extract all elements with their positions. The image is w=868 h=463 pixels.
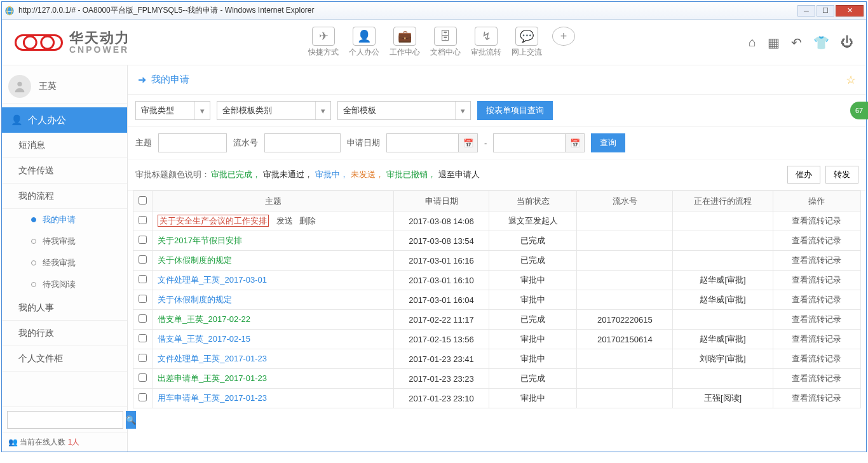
- subject-link[interactable]: 关于休假制度的规定: [158, 295, 232, 304]
- row-checkbox[interactable]: [139, 314, 147, 323]
- svg-rect-2: [16, 35, 62, 50]
- sidebar-sub-myapply[interactable]: 我的申请: [2, 209, 127, 231]
- view-flow-link[interactable]: 查看流转记录: [792, 393, 841, 403]
- serial-input[interactable]: [264, 133, 341, 152]
- view-flow-link[interactable]: 查看流转记录: [792, 373, 841, 383]
- query-by-form-button[interactable]: 按表单项目查询: [477, 101, 553, 120]
- topnav-item-0[interactable]: ✈快捷方式: [308, 27, 339, 58]
- sidebar-group-personal[interactable]: 👤 个人办公: [2, 107, 127, 133]
- chevron-down-icon: ▾: [194, 102, 205, 119]
- view-flow-link[interactable]: 查看流转记录: [792, 334, 841, 344]
- sidebar-item-filetransfer[interactable]: 文件传送: [2, 158, 127, 184]
- view-flow-link[interactable]: 查看流转记录: [792, 314, 841, 324]
- cell-status: 已完成: [489, 369, 577, 389]
- sidebar-item-hr[interactable]: 我的人事: [2, 295, 127, 321]
- sidebar-item-admin[interactable]: 我的行政: [2, 321, 127, 346]
- sidebar-sub-approved[interactable]: 经我审批: [2, 252, 127, 274]
- subject-link[interactable]: 文件处理单_王英_2017-01-23: [158, 354, 267, 363]
- row-checkbox[interactable]: [139, 216, 147, 224]
- topnav-item-2[interactable]: 💼工作中心: [390, 27, 420, 58]
- row-checkbox[interactable]: [139, 275, 147, 283]
- sidebar-sub-toread[interactable]: 待我阅读: [2, 274, 127, 295]
- topnav-item-4[interactable]: ↯审批流转: [471, 27, 501, 58]
- cell-date: 2017-03-01 16:04: [394, 290, 489, 310]
- subject-input[interactable]: [158, 133, 227, 152]
- dot-icon: [31, 217, 36, 222]
- shirt-icon[interactable]: 👕: [813, 35, 829, 50]
- view-flow-link[interactable]: 查看流转记录: [792, 216, 841, 225]
- favorite-icon[interactable]: ☆: [846, 73, 856, 87]
- row-checkbox[interactable]: [139, 295, 147, 303]
- urge-button[interactable]: 催办: [787, 166, 820, 184]
- subject-link[interactable]: 文件处理单_王英_2017-03-01: [158, 275, 267, 285]
- filter-template[interactable]: 全部模板▾: [337, 101, 471, 120]
- topnav-item-1[interactable]: 👤个人办公: [349, 27, 379, 58]
- topnav-item-5[interactable]: 💬网上交流: [512, 27, 542, 58]
- cell-flow: 赵华威[审批]: [673, 271, 773, 290]
- home-icon[interactable]: ⌂: [749, 35, 756, 50]
- cell-serial: [577, 290, 673, 310]
- delete-action[interactable]: 删除: [299, 215, 316, 227]
- view-flow-link[interactable]: 查看流转记录: [792, 295, 841, 304]
- sidebar-item-myflow[interactable]: 我的流程: [2, 184, 127, 209]
- forward-button[interactable]: 转发: [825, 166, 858, 184]
- subject-link[interactable]: 用车申请单_王英_2017-01-23: [158, 393, 267, 403]
- cell-date: 2017-03-08 13:54: [394, 231, 489, 251]
- calendar-icon[interactable]: 📅: [566, 133, 585, 152]
- date-from-input[interactable]: [386, 133, 459, 152]
- topnav-icon: ✈: [312, 27, 335, 46]
- sidebar-sub-pending[interactable]: 待我审批: [2, 231, 127, 252]
- applications-table: 主题申请日期当前状态流水号正在进行的流程操作 关于安全生产会议的工作安排发送删除…: [133, 191, 861, 408]
- sidebar-item-sms[interactable]: 短消息: [2, 133, 127, 158]
- date-to-input[interactable]: [493, 133, 566, 152]
- sidebar-search-input[interactable]: [7, 411, 123, 429]
- reply-icon[interactable]: ↶: [791, 35, 802, 50]
- power-icon[interactable]: ⏻: [841, 35, 853, 50]
- subject-link[interactable]: 借支单_王英_2017-02-15: [158, 334, 250, 344]
- select-all-checkbox[interactable]: [139, 196, 147, 205]
- topnav-label: 个人办公: [349, 47, 379, 58]
- row-checkbox[interactable]: [139, 373, 147, 382]
- svg-point-3: [24, 36, 36, 49]
- window-maximize-button[interactable]: ☐: [817, 5, 834, 17]
- logo: 华天动力 CNPOWER: [15, 30, 130, 55]
- subject-link[interactable]: 出差申请单_王英_2017-01-23: [158, 373, 267, 383]
- row-checkbox[interactable]: [139, 236, 147, 244]
- subject-link[interactable]: 关于安全生产会议的工作安排: [158, 215, 269, 227]
- apps-icon[interactable]: ▦: [768, 35, 780, 50]
- view-flow-link[interactable]: 查看流转记录: [792, 354, 841, 363]
- subject-label: 主题: [135, 137, 152, 149]
- view-flow-link[interactable]: 查看流转记录: [792, 275, 841, 285]
- person-icon: 👤: [11, 114, 23, 126]
- topnav-item-3[interactable]: 🗄文档中心: [430, 27, 461, 58]
- online-label: 当前在线人数: [20, 438, 67, 446]
- filter-approve-type[interactable]: 审批类型▾: [135, 101, 210, 120]
- cell-serial: [577, 369, 673, 389]
- sidebar-sub-label: 我的申请: [43, 214, 76, 225]
- cell-serial: [577, 389, 673, 408]
- logo-text-en: CNPOWER: [69, 45, 130, 54]
- row-checkbox[interactable]: [139, 334, 147, 342]
- cell-status: 审批中: [489, 290, 577, 310]
- sidebar-item-cabinet[interactable]: 个人文件柜: [2, 346, 127, 372]
- view-flow-link[interactable]: 查看流转记录: [792, 255, 841, 265]
- row-checkbox[interactable]: [139, 393, 147, 401]
- row-checkbox[interactable]: [139, 354, 147, 362]
- calendar-icon[interactable]: 📅: [459, 133, 478, 152]
- chevron-down-icon: ▾: [455, 102, 465, 119]
- row-checkbox[interactable]: [139, 255, 147, 264]
- subject-link[interactable]: 关于休假制度的规定: [158, 255, 232, 265]
- view-flow-link[interactable]: 查看流转记录: [792, 236, 841, 245]
- cell-flow: 赵华威[审批]: [673, 290, 773, 310]
- table-header: 主题: [153, 191, 394, 211]
- subject-link[interactable]: 关于2017年节假日安排: [158, 236, 242, 245]
- notification-badge[interactable]: 67: [850, 102, 868, 119]
- window-close-button[interactable]: ✕: [836, 5, 864, 17]
- query-button[interactable]: 查询: [591, 133, 625, 152]
- window-minimize-button[interactable]: ─: [797, 5, 815, 17]
- filter-template-category[interactable]: 全部模板类别▾: [217, 101, 331, 120]
- subject-link[interactable]: 借支单_王英_2017-02-22: [158, 314, 250, 324]
- send-action[interactable]: 发送: [276, 215, 293, 227]
- svg-point-5: [17, 81, 22, 86]
- topnav-add[interactable]: +: [552, 27, 575, 58]
